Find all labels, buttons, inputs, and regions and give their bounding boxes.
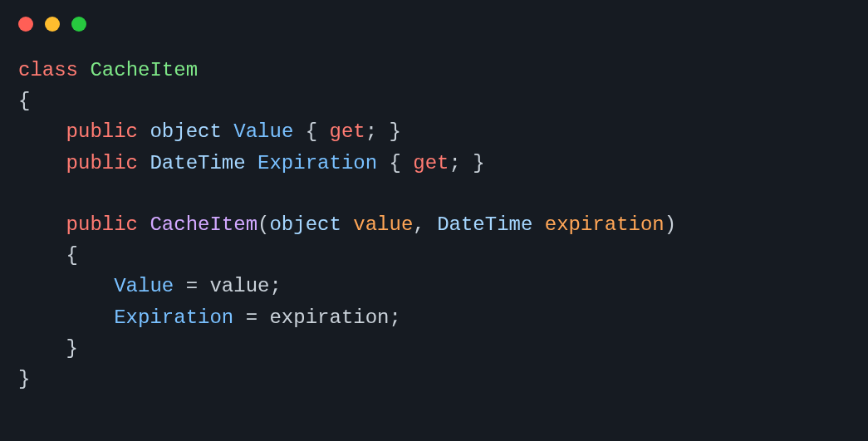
code-line: } — [18, 364, 850, 394]
code-token: expiration — [545, 213, 664, 236]
code-line: { — [18, 240, 850, 271]
code-token: DateTime — [437, 213, 545, 236]
code-token: ; } — [365, 120, 401, 143]
code-token: CacheItem — [150, 213, 257, 236]
code-token: Value — [233, 120, 293, 143]
close-icon[interactable] — [18, 17, 33, 32]
code-window: class CacheItem{ public object Value { g… — [0, 0, 868, 441]
code-token — [18, 152, 66, 174]
code-token: get — [330, 120, 365, 143]
code-token: ; — [390, 306, 401, 329]
code-token: { — [293, 120, 329, 143]
code-token: } — [18, 368, 30, 390]
code-line: public CacheItem(object value, DateTime … — [18, 209, 850, 240]
code-token: , — [413, 213, 437, 236]
code-line: class CacheItem — [18, 55, 850, 86]
code-token: = — [174, 275, 209, 297]
code-token: object — [269, 213, 353, 236]
window-titlebar — [0, 0, 868, 32]
code-token: { — [18, 244, 78, 267]
code-line: Value = value; — [18, 271, 850, 301]
code-token: { — [377, 152, 413, 174]
code-token: value — [209, 275, 269, 297]
code-token: ) — [664, 213, 676, 236]
code-token: value — [353, 213, 413, 236]
code-token: public — [66, 152, 150, 174]
code-line: public DateTime Expiration { get; } — [18, 148, 850, 179]
code-token: } — [18, 337, 78, 360]
code-token — [18, 120, 66, 143]
code-token: Expiration — [114, 306, 233, 329]
code-token: ; } — [449, 152, 485, 174]
code-token: = — [233, 306, 269, 329]
code-line: public object Value { get; } — [18, 116, 850, 147]
minimize-icon[interactable] — [45, 17, 60, 32]
code-line: Expiration = expiration; — [18, 302, 850, 333]
code-token: DateTime — [150, 152, 257, 174]
code-token: Value — [114, 275, 174, 297]
code-token: Expiration — [257, 152, 377, 174]
code-token — [18, 306, 114, 329]
code-token: expiration — [269, 306, 389, 329]
code-line: { — [18, 86, 850, 116]
zoom-icon[interactable] — [71, 17, 86, 32]
code-token: public — [66, 213, 150, 236]
code-token: public — [66, 120, 150, 143]
code-token: object — [150, 120, 233, 143]
code-token: ; — [269, 275, 281, 297]
code-token — [18, 213, 66, 236]
code-line: } — [18, 333, 850, 364]
code-token — [18, 275, 114, 297]
code-token: ( — [257, 213, 269, 236]
code-line — [18, 179, 850, 209]
code-token: { — [18, 90, 30, 112]
code-token: class — [18, 59, 90, 81]
code-block: class CacheItem{ public object Value { g… — [0, 32, 868, 394]
code-token: CacheItem — [90, 59, 198, 81]
code-token: get — [413, 152, 449, 174]
